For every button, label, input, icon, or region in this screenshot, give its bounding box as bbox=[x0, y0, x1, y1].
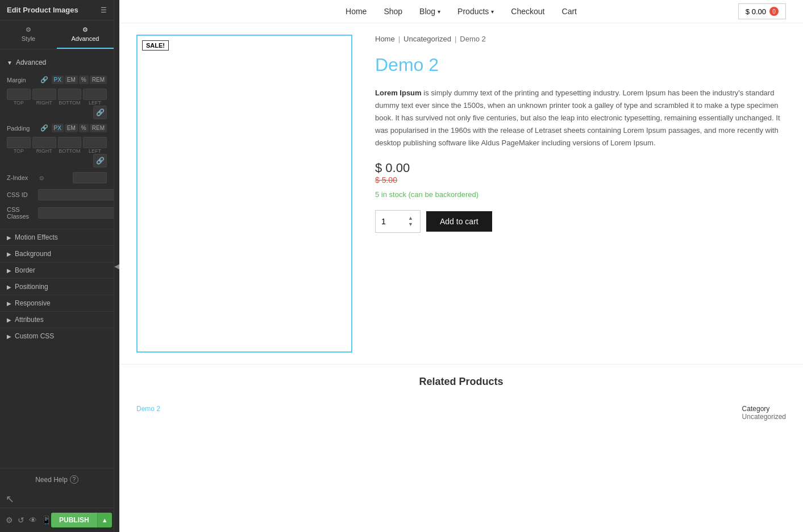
nav-cart[interactable]: Cart bbox=[562, 7, 577, 16]
panel-header: Edit Product Images ☰ bbox=[0, 0, 114, 20]
padding-bottom-group: BOTTOM bbox=[58, 137, 82, 154]
original-price: $ 5.00 bbox=[375, 175, 780, 185]
responsive-arrow: ▶ bbox=[7, 300, 11, 307]
margin-left-input[interactable] bbox=[83, 89, 107, 100]
padding-bottom-field[interactable] bbox=[59, 137, 81, 148]
padding-unit-px[interactable]: PX bbox=[52, 124, 64, 132]
nav-shop-label: Shop bbox=[384, 7, 402, 16]
stock-info: 5 in stock (can be backordered) bbox=[375, 190, 780, 199]
padding-left-input[interactable] bbox=[83, 137, 107, 148]
custom-css-section[interactable]: ▶ Custom CSS bbox=[0, 328, 114, 344]
nav-checkout[interactable]: Checkout bbox=[511, 7, 544, 16]
custom-css-arrow: ▶ bbox=[7, 333, 11, 340]
margin-unit-px[interactable]: PX bbox=[52, 76, 64, 84]
css-id-label: CSS ID bbox=[7, 191, 38, 198]
settings-icon[interactable]: ⚙ bbox=[6, 516, 13, 525]
margin-right-input[interactable] bbox=[32, 89, 56, 100]
padding-right-input[interactable] bbox=[32, 137, 56, 148]
tab-style[interactable]: ⚙ Style bbox=[0, 20, 57, 49]
panel-collapse-handle[interactable]: ◀ bbox=[114, 0, 119, 532]
breadcrumb: Home | Uncategorized | Demo 2 bbox=[375, 35, 780, 43]
right-content: Home Shop Blog ▾ Products ▾ Checkout Car… bbox=[119, 0, 803, 532]
description-text: is simply dummy text of the printing and… bbox=[375, 89, 780, 147]
nav-blog-label: Blog bbox=[419, 7, 435, 16]
advanced-arrow: ▼ bbox=[7, 60, 13, 66]
product-description: Lorem Ipsum is simply dummy text of the … bbox=[375, 87, 780, 149]
padding-link-toggle[interactable]: 🔗 bbox=[93, 154, 107, 167]
margin-right-group: RIGHT bbox=[32, 89, 56, 106]
product-details: Home | Uncategorized | Demo 2 Demo 2 Lor… bbox=[369, 35, 786, 353]
padding-inputs: TOP RIGHT BOTTOM bbox=[7, 137, 107, 154]
nav-blog[interactable]: Blog ▾ bbox=[419, 7, 440, 16]
margin-unit-rem[interactable]: REM bbox=[90, 76, 107, 84]
qty-up-button[interactable]: ▲ bbox=[407, 215, 414, 221]
add-to-cart-button[interactable]: Add to cart bbox=[426, 211, 492, 232]
padding-label: Padding bbox=[7, 125, 38, 132]
padding-top-input[interactable] bbox=[7, 137, 31, 148]
margin-top-input[interactable] bbox=[7, 89, 31, 100]
border-section[interactable]: ▶ Border bbox=[0, 262, 114, 278]
publish-button[interactable]: PUBLISH bbox=[51, 513, 97, 527]
attributes-section[interactable]: ▶ Attributes bbox=[0, 311, 114, 328]
padding-top-label: TOP bbox=[14, 148, 24, 154]
menu-icon[interactable]: ☰ bbox=[101, 6, 107, 14]
cursor-area: ↖ bbox=[0, 491, 114, 508]
history-icon[interactable]: ↺ bbox=[18, 516, 24, 525]
breadcrumb-sep-2: | bbox=[455, 35, 456, 43]
tab-advanced[interactable]: ⚙ Advanced bbox=[57, 20, 114, 49]
nav-home[interactable]: Home bbox=[346, 7, 367, 16]
publish-arrow-button[interactable]: ▲ bbox=[97, 513, 112, 527]
padding-right-field[interactable] bbox=[33, 137, 56, 148]
css-id-input[interactable] bbox=[38, 189, 114, 200]
margin-top-group: TOP bbox=[7, 89, 31, 106]
padding-bottom-input[interactable] bbox=[58, 137, 82, 148]
background-arrow: ▶ bbox=[7, 251, 11, 257]
padding-unit-percent[interactable]: % bbox=[79, 124, 89, 132]
product-tag-link[interactable]: Demo 2 bbox=[136, 405, 160, 413]
product-tag: Demo 2 bbox=[136, 405, 160, 421]
css-classes-row: CSS Classes ℹ bbox=[7, 206, 107, 220]
padding-top-field[interactable] bbox=[7, 137, 30, 148]
margin-unit-em[interactable]: EM bbox=[65, 76, 78, 84]
cart-button[interactable]: $ 0.00 0 bbox=[738, 3, 786, 19]
background-section[interactable]: ▶ Background bbox=[0, 245, 114, 262]
preview-icon[interactable]: 👁 bbox=[29, 516, 37, 525]
positioning-section[interactable]: ▶ Positioning bbox=[0, 278, 114, 295]
related-section: Related Products bbox=[119, 364, 803, 399]
attributes-arrow: ▶ bbox=[7, 317, 11, 323]
custom-css-label: Custom CSS bbox=[15, 332, 54, 340]
css-classes-input[interactable] bbox=[38, 207, 114, 219]
margin-right-field[interactable] bbox=[33, 89, 56, 99]
responsive-icon[interactable]: 📱 bbox=[41, 516, 51, 525]
breadcrumb-home[interactable]: Home bbox=[375, 35, 395, 43]
category-meta-label: Category bbox=[742, 405, 770, 413]
margin-label: Margin bbox=[7, 77, 38, 83]
margin-left-field[interactable] bbox=[84, 89, 106, 99]
qty-down-button[interactable]: ▼ bbox=[407, 221, 414, 228]
padding-unit-rem[interactable]: REM bbox=[90, 124, 107, 132]
padding-left-label: LEFT bbox=[89, 148, 101, 154]
margin-bottom-field[interactable] bbox=[59, 89, 81, 99]
nav-shop[interactable]: Shop bbox=[384, 7, 402, 16]
responsive-section[interactable]: ▶ Responsive bbox=[0, 295, 114, 311]
margin-right-label: RIGHT bbox=[36, 100, 52, 106]
nav-products[interactable]: Products ▾ bbox=[457, 7, 494, 16]
padding-top-group: TOP bbox=[7, 137, 31, 154]
margin-unit-percent[interactable]: % bbox=[79, 76, 89, 84]
zindex-input[interactable] bbox=[76, 174, 103, 181]
margin-top-field[interactable] bbox=[7, 89, 30, 99]
padding-left-field[interactable] bbox=[84, 137, 106, 148]
advanced-section-header[interactable]: ▼ Advanced bbox=[0, 54, 114, 71]
zindex-info-icon: ⊙ bbox=[39, 175, 44, 181]
need-help[interactable]: Need Help ? bbox=[7, 475, 107, 484]
quantity-input[interactable] bbox=[381, 217, 404, 226]
padding-unit-em[interactable]: EM bbox=[65, 124, 78, 132]
nav-products-label: Products bbox=[457, 7, 489, 16]
help-icon: ? bbox=[70, 475, 78, 484]
margin-link-icon: 🔗 bbox=[40, 76, 48, 83]
margin-link-toggle[interactable]: 🔗 bbox=[93, 106, 107, 119]
margin-bottom-input[interactable] bbox=[58, 89, 82, 100]
breadcrumb-category[interactable]: Uncategorized bbox=[403, 35, 451, 43]
motion-effects-section[interactable]: ▶ Motion Effects bbox=[0, 229, 114, 245]
margin-left-label: LEFT bbox=[89, 100, 101, 106]
